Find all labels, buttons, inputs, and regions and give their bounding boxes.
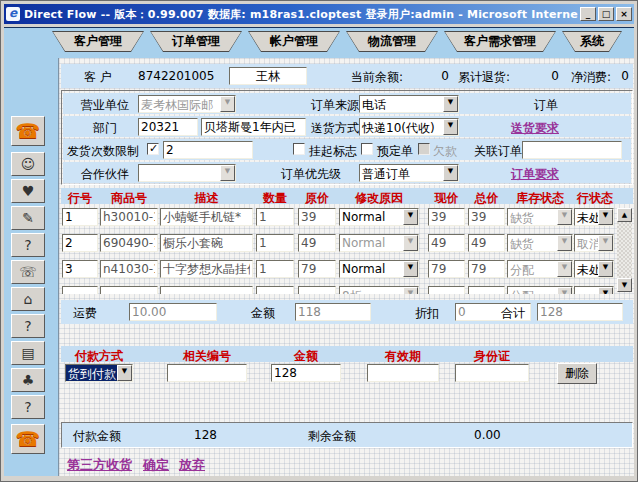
line-status-combo[interactable]: 取消: [574, 234, 614, 252]
order-requirements-link[interactable]: 订单要求: [511, 166, 559, 183]
department-code-input[interactable]: [138, 118, 198, 136]
sku-input[interactable]: [100, 286, 158, 294]
sku-input[interactable]: [100, 234, 158, 252]
linked-order-input[interactable]: [522, 141, 622, 159]
line-no-input[interactable]: [62, 260, 98, 278]
sku-input[interactable]: [100, 260, 158, 278]
maximize-button[interactable]: □: [598, 7, 614, 21]
col-sku: 商品号: [100, 190, 158, 207]
chevron-down-icon: [220, 165, 235, 181]
cur-price-input[interactable]: [428, 234, 465, 252]
confirm-link[interactable]: 确定: [143, 456, 169, 474]
stock-status-combo[interactable]: 分配: [507, 286, 573, 294]
ship-limit-checkbox[interactable]: [147, 143, 159, 155]
abandon-link[interactable]: 放弃: [179, 456, 205, 474]
cur-price-input[interactable]: [428, 208, 465, 226]
hold-flag-checkbox[interactable]: [293, 143, 305, 155]
partner-combo[interactable]: [138, 164, 236, 182]
id-card-input[interactable]: [455, 364, 529, 382]
tab-logistics-management[interactable]: 物流管理: [346, 31, 438, 52]
sidebar-home-button[interactable]: ⌂: [11, 287, 45, 311]
reason-combo[interactable]: 8折: [339, 286, 419, 294]
sidebar-phone-order-bottom-button[interactable]: ☎: [11, 424, 45, 454]
qty-input[interactable]: [256, 208, 294, 226]
tab-account-management[interactable]: 帐户管理: [248, 31, 340, 52]
orig-price-input[interactable]: [298, 286, 336, 294]
minimize-button[interactable]: _: [580, 7, 596, 21]
expiry-input[interactable]: [367, 364, 439, 382]
department-note-input[interactable]: [201, 118, 306, 136]
qty-input[interactable]: [256, 286, 294, 294]
partner-label: 合作伙伴: [81, 166, 129, 183]
reason-combo[interactable]: Normal: [339, 260, 419, 278]
orig-price-input[interactable]: [298, 234, 336, 252]
reason-combo[interactable]: Normal: [339, 208, 419, 226]
freight-input[interactable]: [129, 303, 217, 321]
order-source-combo[interactable]: 电话: [359, 95, 459, 113]
qty-input[interactable]: [256, 234, 294, 252]
chevron-down-icon: [557, 261, 572, 277]
cur-price-input[interactable]: [428, 286, 465, 294]
tab-customer-demand-management[interactable]: 客户需求管理: [444, 31, 556, 52]
sidebar-catalog-button[interactable]: ▤: [11, 341, 45, 365]
stock-status-combo[interactable]: 缺货: [507, 234, 573, 252]
line-status-combo[interactable]: [574, 286, 614, 294]
desc-input[interactable]: [160, 234, 253, 252]
total-price-input[interactable]: [468, 234, 505, 252]
tab-system[interactable]: 系统: [562, 31, 622, 52]
items-scrollbar[interactable]: [617, 208, 632, 292]
cur-price-input[interactable]: [428, 260, 465, 278]
sidebar-hand-query-button[interactable]: ?: [11, 314, 45, 338]
sidebar-hand-note-button[interactable]: ✎: [11, 206, 45, 230]
payment-method-combo[interactable]: 货到付款: [65, 364, 133, 382]
amount-input[interactable]: [295, 303, 371, 321]
desc-input[interactable]: [160, 286, 253, 294]
sidebar-help-button[interactable]: ?: [11, 395, 45, 419]
total-price-input[interactable]: [468, 286, 505, 294]
priority-combo[interactable]: 普通订单: [359, 164, 459, 182]
sku-input[interactable]: [100, 208, 158, 226]
orig-price-input[interactable]: [298, 260, 336, 278]
catalog-icon: ▤: [21, 346, 34, 360]
orig-price-input[interactable]: [298, 208, 336, 226]
total-price-input[interactable]: [468, 260, 505, 278]
sidebar-customer-favorite-button[interactable]: ♥: [11, 179, 45, 203]
total-price-input[interactable]: [468, 208, 505, 226]
line-status-combo[interactable]: 未处: [574, 260, 614, 278]
delivery-requirements-link[interactable]: 送货要求: [511, 120, 559, 137]
line-no-input[interactable]: [62, 208, 98, 226]
sidebar-phone-order-top-button[interactable]: ☎: [11, 116, 45, 146]
sidebar-customer-info-button[interactable]: ☺: [11, 152, 45, 176]
qty-input[interactable]: [256, 260, 294, 278]
line-no-input[interactable]: [62, 286, 98, 294]
stock-status-combo[interactable]: 分配: [507, 260, 573, 278]
line-status-combo[interactable]: 未处: [574, 208, 614, 226]
desc-input[interactable]: [160, 208, 253, 226]
delivery-method-combo[interactable]: 快递10(代收): [359, 118, 459, 136]
tab-customer-management[interactable]: 客户管理: [52, 31, 144, 52]
preorder-checkbox[interactable]: [361, 143, 373, 155]
stock-status-combo[interactable]: 缺货: [507, 208, 573, 226]
close-button[interactable]: ×: [616, 7, 632, 21]
sidebar-plant-button[interactable]: ♣: [11, 368, 45, 392]
desc-input[interactable]: [160, 260, 253, 278]
tab-order-management[interactable]: 订单管理: [150, 31, 242, 52]
ship-limit-input[interactable]: [163, 141, 253, 159]
ref-no-input[interactable]: [167, 364, 247, 382]
customer-name-input[interactable]: [229, 67, 307, 85]
telephone-icon: ☎: [16, 429, 41, 449]
ie-logo-icon: e: [6, 7, 20, 21]
third-party-receive-link[interactable]: 第三方收货: [67, 456, 132, 474]
reason-combo[interactable]: Normal: [339, 234, 419, 252]
business-unit-combo[interactable]: 麦考林国际邮: [138, 95, 236, 113]
delete-button[interactable]: 删除: [557, 363, 597, 384]
pay-amount-input[interactable]: [271, 364, 341, 382]
sum-label: 合计: [501, 305, 525, 322]
sum-input[interactable]: [537, 303, 623, 321]
sidebar-gift-query-button[interactable]: ?: [11, 233, 45, 257]
scroll-up-button[interactable]: [617, 208, 632, 222]
chevron-down-icon: [557, 287, 572, 294]
scroll-down-button[interactable]: [617, 278, 632, 292]
line-no-input[interactable]: [62, 234, 98, 252]
sidebar-phone-dial-button[interactable]: ☏: [11, 260, 45, 284]
